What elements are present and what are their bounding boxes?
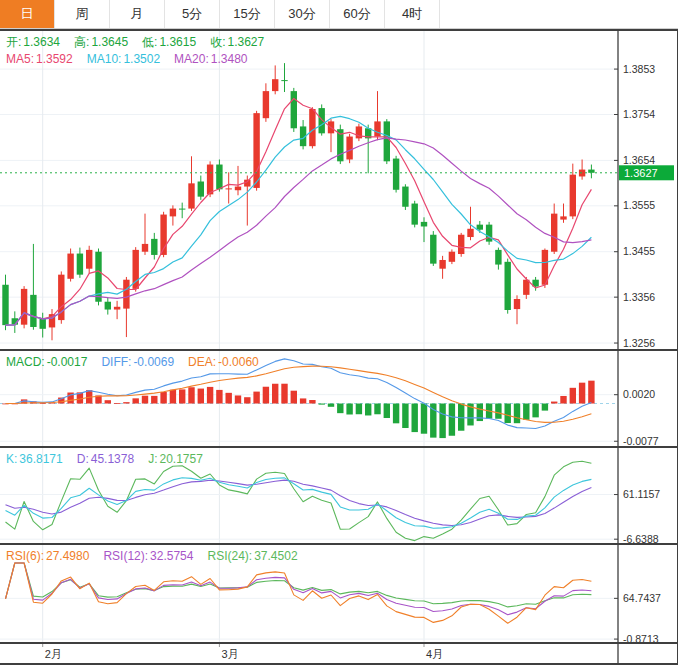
period-tabbar: 日周月5分15分30分60分4时	[0, 0, 678, 29]
candlestick-chart[interactable]: 1.38531.37541.36541.35551.34551.33561.32…	[0, 31, 676, 349]
rsi-chart[interactable]: 64.7437-0.8713	[0, 545, 676, 642]
svg-text:1.3555: 1.3555	[623, 199, 655, 211]
svg-text:4月: 4月	[426, 648, 443, 660]
svg-text:64.7437: 64.7437	[623, 592, 661, 604]
svg-text:61.1157: 61.1157	[623, 488, 660, 500]
x-axis-months: 2月3月4月	[0, 644, 676, 663]
main-candlestick-panel[interactable]: 开:1.3634高:1.3645低:1.3615收:1.3627 MA5:1.3…	[0, 31, 677, 351]
svg-text:-0.0077: -0.0077	[623, 435, 659, 446]
svg-text:1.3654: 1.3654	[623, 154, 655, 166]
svg-text:1.3256: 1.3256	[623, 337, 655, 349]
svg-text:1.3455: 1.3455	[623, 245, 655, 257]
tab-5min[interactable]: 5分	[165, 0, 220, 28]
chart-area: 开:1.3634高:1.3645低:1.3615收:1.3627 MA5:1.3…	[0, 29, 678, 665]
trading-chart-app: 日周月5分15分30分60分4时 开:1.3634高:1.3645低:1.361…	[0, 0, 678, 668]
svg-text:1.3356: 1.3356	[623, 291, 655, 303]
svg-text:2月: 2月	[45, 648, 62, 660]
current-price-tag: 1.3627	[619, 165, 674, 180]
svg-text:1.3853: 1.3853	[623, 63, 655, 75]
svg-text:-0.8713: -0.8713	[623, 633, 659, 642]
tab-month[interactable]: 月	[110, 0, 165, 28]
svg-text:0.0020: 0.0020	[623, 388, 655, 400]
tab-day[interactable]: 日	[0, 0, 55, 28]
tab-30min[interactable]: 30分	[275, 0, 330, 28]
kdj-panel[interactable]: K:36.8171D:45.1378J:20.1757 61.1157-6.63…	[0, 448, 677, 545]
macd-panel[interactable]: MACD:-0.0017DIFF:-0.0069DEA:-0.0060 0.00…	[0, 351, 677, 448]
kdj-chart[interactable]: 61.1157-6.6388	[0, 448, 676, 543]
x-axis-strip: 2月3月4月	[0, 644, 677, 663]
tab-4hour[interactable]: 4时	[385, 0, 440, 28]
svg-text:3月: 3月	[221, 648, 238, 660]
tab-15min[interactable]: 15分	[220, 0, 275, 28]
tab-60min[interactable]: 60分	[330, 0, 385, 28]
svg-text:1.3754: 1.3754	[623, 108, 655, 120]
macd-chart[interactable]: 0.0020-0.0077	[0, 351, 676, 446]
svg-text:1.3627: 1.3627	[624, 167, 658, 179]
svg-text:-6.6388: -6.6388	[623, 533, 659, 543]
rsi-panel[interactable]: RSI(6):27.4980RSI(12):32.5754RSI(24):37.…	[0, 545, 677, 644]
tab-week[interactable]: 周	[55, 0, 110, 28]
